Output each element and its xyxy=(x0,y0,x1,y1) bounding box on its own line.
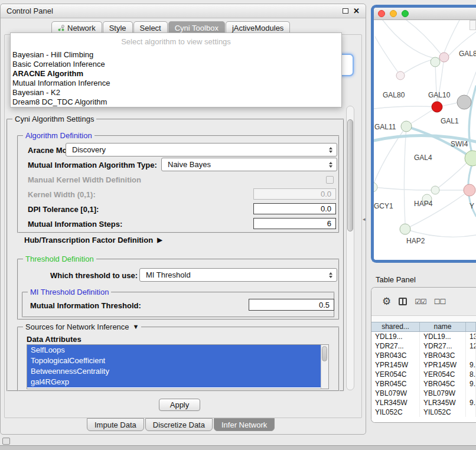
popup-item-basic-correlation-inference[interactable]: Basic Correlation Inference xyxy=(11,60,341,69)
mi-type-select[interactable]: Naive Bayes xyxy=(161,158,337,171)
table-cell: YBR043C xyxy=(420,351,466,360)
table-cell: YDR27... xyxy=(420,341,466,351)
dpi-tolerance-field[interactable]: 0.0 xyxy=(253,203,336,214)
attribute-item-topologicalcoefficient[interactable]: TopologicalCoefficient xyxy=(27,356,321,366)
table-cell: 9. xyxy=(466,379,476,389)
table-cell: YBL079W xyxy=(371,389,420,398)
table-row[interactable]: YDL19...YDL19...13 xyxy=(371,332,476,341)
popup-item-mutual-information-inference[interactable]: Mutual Information Inference xyxy=(11,79,341,88)
popup-item-bayesian-hill-climbing[interactable]: Bayesian - Hill Climbing xyxy=(11,50,341,60)
network-scrollbar-stub[interactable] xyxy=(470,20,476,30)
mi-threshold-label: Mutual Information Threshold: xyxy=(30,301,141,310)
aracne-mode-select[interactable]: Discovery xyxy=(66,143,337,156)
network-node[interactable] xyxy=(400,224,410,234)
network-node[interactable] xyxy=(431,186,439,194)
network-edge[interactable] xyxy=(375,37,400,76)
dpi-tolerance-label: DPI Tolerance [0,1]: xyxy=(28,205,99,214)
kernel-width-field[interactable]: 0.0 xyxy=(253,188,336,200)
window-controls: ✕ xyxy=(343,7,360,15)
close-traffic-light-icon[interactable] xyxy=(378,10,385,17)
table-cell: YIL052C xyxy=(371,407,420,417)
attribute-list-scrollbar-thumb[interactable] xyxy=(322,346,327,361)
mi-steps-label: Mutual Information Steps: xyxy=(28,220,122,229)
network-node[interactable] xyxy=(432,102,442,112)
table-cell: 13 xyxy=(466,332,476,341)
network-edge[interactable] xyxy=(444,20,459,53)
threshold-definition-title: Threshold Definition xyxy=(23,255,96,263)
combo-arrows-icon xyxy=(329,144,332,156)
close-icon[interactable]: ✕ xyxy=(353,7,360,15)
network-edge[interactable] xyxy=(405,229,476,237)
table-row[interactable]: YIL052CYIL052C xyxy=(371,407,476,417)
network-edge[interactable] xyxy=(406,20,441,54)
table-cell: YBL079W xyxy=(420,389,466,398)
popup-item-dream8-dc-tdc-algorithm[interactable]: Dream8 DC_TDC Algorithm xyxy=(11,97,341,107)
bottom-tab-discretize-data[interactable]: Discretize Data xyxy=(145,418,213,431)
network-node[interactable] xyxy=(401,121,412,132)
manual-kernel-checkbox[interactable] xyxy=(326,176,334,184)
attribute-item-gal4rgexp[interactable]: gal4RGexp xyxy=(27,377,321,387)
network-edge[interactable] xyxy=(383,20,433,58)
settings-scrollbar-thumb[interactable] xyxy=(347,119,353,231)
tab-label: Network xyxy=(67,24,96,32)
table-cell: YBR045C xyxy=(420,379,466,389)
table-row[interactable]: YBR043CYBR043C xyxy=(371,351,476,360)
attribute-list-scrollbar[interactable] xyxy=(321,345,328,389)
algorithm-popup-prompt: Select algorithm to view settings xyxy=(11,36,341,50)
bottom-tab-impute-data[interactable]: Impute Data xyxy=(87,418,144,431)
table-cell: 9. xyxy=(466,360,476,370)
sources-title-text: Sources for Network Inference xyxy=(25,322,129,331)
table-panel: ⚙ ☑☑ ☐☐ shared...name YDL19...YDL19...13… xyxy=(371,287,476,423)
zoom-traffic-light-icon[interactable] xyxy=(402,10,409,17)
node-label: GAL4 xyxy=(414,154,432,162)
hub-definition-toggle[interactable]: Hub/Transcription Factor Definition ▶ xyxy=(24,236,162,244)
column-header-name[interactable]: name xyxy=(420,322,466,331)
node-label: GCY1 xyxy=(374,202,393,210)
bottom-status-strip xyxy=(0,445,476,450)
attribute-item-betweennesscentrality[interactable]: BetweennessCentrality xyxy=(27,366,321,377)
network-edge[interactable] xyxy=(435,163,467,190)
which-threshold-select[interactable]: MI Threshold xyxy=(139,268,337,282)
panel-collapse-handle[interactable]: ◂ xyxy=(363,216,366,222)
network-edge[interactable] xyxy=(374,106,437,109)
popup-item-bayesian-k2[interactable]: Bayesian - K2 xyxy=(11,88,341,97)
column-header-shared[interactable]: shared... xyxy=(371,322,420,331)
table-cell: YLR345W xyxy=(371,398,420,407)
column-header-cut[interactable] xyxy=(466,322,476,331)
apply-button[interactable]: Apply xyxy=(159,399,200,411)
expanded-triangle-icon: ▼ xyxy=(133,324,139,330)
attribute-item-selfloops[interactable]: SelfLoops xyxy=(27,345,321,356)
select-all-checkboxes-icon[interactable]: ☑☑ xyxy=(415,298,426,305)
network-edge[interactable] xyxy=(404,126,406,224)
table-row[interactable]: YER054CYER054C8. xyxy=(371,370,476,379)
columns-icon[interactable] xyxy=(399,298,407,305)
popup-item-aracne-algorithm[interactable]: ARACNE Algorithm xyxy=(11,69,341,79)
network-node[interactable] xyxy=(431,57,440,67)
network-node[interactable] xyxy=(374,182,377,192)
gear-icon[interactable]: ⚙ xyxy=(382,296,391,306)
bottom-tab-infer-network[interactable]: Infer Network xyxy=(214,418,275,431)
mi-type-label: Mutual Information Algorithm Type: xyxy=(28,161,157,169)
algorithm-popup-list: Bayesian - Hill ClimbingBasic Correlatio… xyxy=(11,50,341,107)
sources-group-title[interactable]: Sources for Network Inference ▼ xyxy=(23,322,141,331)
mi-threshold-field[interactable]: 0.5 xyxy=(249,299,334,311)
network-edge[interactable] xyxy=(469,86,476,155)
table-row[interactable]: YLR345WYLR345W9. xyxy=(371,398,476,407)
table-row[interactable]: YBL079WYBL079W xyxy=(371,389,476,398)
network-node[interactable] xyxy=(457,95,471,109)
network-edge[interactable] xyxy=(374,187,431,190)
network-node[interactable] xyxy=(439,53,449,62)
table-cell: YBR043C xyxy=(371,351,420,360)
minimize-traffic-light-icon[interactable] xyxy=(390,10,397,17)
network-edge[interactable] xyxy=(374,126,406,183)
network-node[interactable] xyxy=(464,184,475,196)
clear-checkboxes-icon[interactable]: ☐☐ xyxy=(434,298,446,305)
network-node[interactable] xyxy=(396,71,405,80)
table-row[interactable]: YBR045CYBR045C9. xyxy=(371,379,476,389)
settings-scrollbar-track[interactable] xyxy=(346,106,354,390)
table-row[interactable]: YDR27...YDR27...12 xyxy=(371,341,476,351)
table-row[interactable]: YPR145WYPR145W9. xyxy=(371,360,476,370)
table-cell: YBR045C xyxy=(371,379,420,389)
float-window-icon[interactable] xyxy=(343,8,348,14)
mi-steps-field[interactable]: 6 xyxy=(253,218,336,229)
